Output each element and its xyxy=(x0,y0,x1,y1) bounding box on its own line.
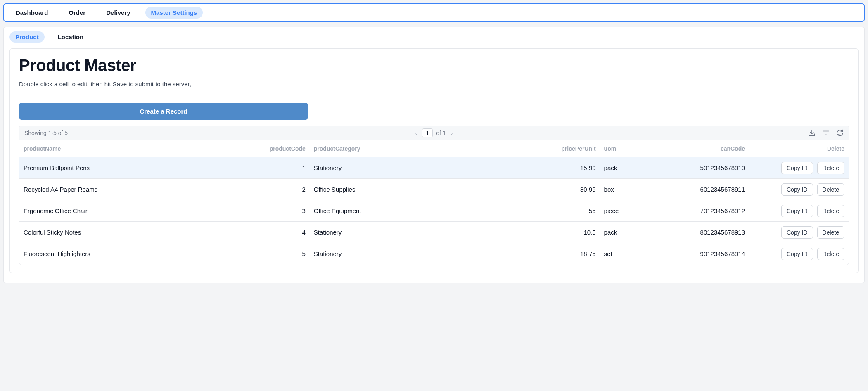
sub-tab-product[interactable]: Product xyxy=(9,31,45,43)
cell-actions: Copy IDDelete xyxy=(749,243,849,265)
cell-uom[interactable]: pack xyxy=(600,222,650,243)
cell-eancode[interactable]: 5012345678910 xyxy=(650,157,749,179)
top-tab-delivery[interactable]: Delivery xyxy=(100,7,136,19)
cell-productcode[interactable]: 1 xyxy=(168,157,309,179)
cell-productcategory[interactable]: Office Supplies xyxy=(310,179,467,200)
delete-button[interactable]: Delete xyxy=(817,205,844,217)
top-tab-order[interactable]: Order xyxy=(63,7,91,19)
download-icon[interactable] xyxy=(808,129,816,137)
pager: ‹ of 1 › xyxy=(414,128,454,137)
page-of-text: of 1 xyxy=(436,130,446,136)
cell-productcode[interactable]: 4 xyxy=(168,222,309,243)
col-header-productcode[interactable]: productCode xyxy=(168,140,309,157)
table-row: Premium Ballpoint Pens1Stationery15.99pa… xyxy=(19,157,849,179)
cell-productcode[interactable]: 5 xyxy=(168,243,309,265)
copy-id-button[interactable]: Copy ID xyxy=(781,162,813,174)
delete-button[interactable]: Delete xyxy=(817,226,844,239)
table-row: Fluorescent Highlighters5Stationery18.75… xyxy=(19,243,849,265)
cell-uom[interactable]: set xyxy=(600,243,650,265)
copy-id-button[interactable]: Copy ID xyxy=(781,248,813,260)
product-table: productName productCode productCategory … xyxy=(19,140,849,265)
top-nav: DashboardOrderDeliveryMaster Settings xyxy=(10,7,858,19)
delete-button[interactable]: Delete xyxy=(817,162,844,174)
card-header: Product Master Double click a cell to ed… xyxy=(10,49,858,95)
top-tab-master-settings[interactable]: Master Settings xyxy=(145,7,203,19)
filter-icon[interactable] xyxy=(822,129,830,137)
page-subtitle: Double click a cell to edit, then hit Sa… xyxy=(19,81,849,88)
cell-productcategory[interactable]: Office Equipment xyxy=(310,200,467,222)
cell-eancode[interactable]: 6012345678911 xyxy=(650,179,749,200)
table-row: Colorful Sticky Notes4Stationery10.5pack… xyxy=(19,222,849,243)
cell-eancode[interactable]: 8012345678913 xyxy=(650,222,749,243)
cell-priceperunit[interactable]: 15.99 xyxy=(467,157,600,179)
col-header-productcategory[interactable]: productCategory xyxy=(310,140,467,157)
table-toolbar: Showing 1-5 of 5 ‹ of 1 › xyxy=(19,126,849,140)
cell-priceperunit[interactable]: 10.5 xyxy=(467,222,600,243)
pager-prev-icon[interactable]: ‹ xyxy=(414,130,419,136)
top-nav-container: DashboardOrderDeliveryMaster Settings xyxy=(3,3,865,22)
product-master-card: Product Master Double click a cell to ed… xyxy=(9,48,859,273)
cell-priceperunit[interactable]: 18.75 xyxy=(467,243,600,265)
copy-id-button[interactable]: Copy ID xyxy=(781,226,813,239)
cell-actions: Copy IDDelete xyxy=(749,200,849,222)
cell-productname[interactable]: Colorful Sticky Notes xyxy=(19,222,168,243)
cell-uom[interactable]: pack xyxy=(600,157,650,179)
col-header-eancode[interactable]: eanCode xyxy=(650,140,749,157)
copy-id-button[interactable]: Copy ID xyxy=(781,205,813,217)
table-row: Ergonomic Office Chair3Office Equipment5… xyxy=(19,200,849,222)
showing-text: Showing 1-5 of 5 xyxy=(24,130,68,136)
col-header-priceperunit[interactable]: pricePerUnit xyxy=(467,140,600,157)
cell-productcode[interactable]: 2 xyxy=(168,179,309,200)
cell-productcategory[interactable]: Stationery xyxy=(310,222,467,243)
content-wrapper: ProductLocation Product Master Double cl… xyxy=(3,27,865,283)
cell-actions: Copy IDDelete xyxy=(749,222,849,243)
delete-button[interactable]: Delete xyxy=(817,183,844,196)
page-title: Product Master xyxy=(19,56,849,75)
cell-uom[interactable]: box xyxy=(600,179,650,200)
sub-tab-location[interactable]: Location xyxy=(52,31,90,43)
copy-id-button[interactable]: Copy ID xyxy=(781,183,813,196)
table-body: Premium Ballpoint Pens1Stationery15.99pa… xyxy=(19,157,849,265)
cell-actions: Copy IDDelete xyxy=(749,157,849,179)
cell-productcategory[interactable]: Stationery xyxy=(310,157,467,179)
cell-priceperunit[interactable]: 30.99 xyxy=(467,179,600,200)
col-header-productname[interactable]: productName xyxy=(19,140,168,157)
page-input[interactable] xyxy=(422,128,433,137)
toolbar-actions xyxy=(808,129,844,137)
table-header-row: productName productCode productCategory … xyxy=(19,140,849,157)
table-container: Showing 1-5 of 5 ‹ of 1 › xyxy=(19,126,849,265)
top-tab-dashboard[interactable]: Dashboard xyxy=(10,7,54,19)
cell-productcode[interactable]: 3 xyxy=(168,200,309,222)
sub-nav: ProductLocation xyxy=(9,31,859,43)
col-header-delete: Delete xyxy=(749,140,849,157)
refresh-icon[interactable] xyxy=(836,129,844,137)
pager-next-icon[interactable]: › xyxy=(449,130,454,136)
cell-eancode[interactable]: 9012345678914 xyxy=(650,243,749,265)
cell-productname[interactable]: Recycled A4 Paper Reams xyxy=(19,179,168,200)
card-body: Create a Record Showing 1-5 of 5 ‹ of 1 … xyxy=(10,95,858,273)
create-record-button[interactable]: Create a Record xyxy=(19,103,308,120)
cell-productcategory[interactable]: Stationery xyxy=(310,243,467,265)
col-header-uom[interactable]: uom xyxy=(600,140,650,157)
delete-button[interactable]: Delete xyxy=(817,248,844,260)
cell-uom[interactable]: piece xyxy=(600,200,650,222)
table-row: Recycled A4 Paper Reams2Office Supplies3… xyxy=(19,179,849,200)
cell-productname[interactable]: Premium Ballpoint Pens xyxy=(19,157,168,179)
cell-eancode[interactable]: 7012345678912 xyxy=(650,200,749,222)
cell-productname[interactable]: Fluorescent Highlighters xyxy=(19,243,168,265)
cell-actions: Copy IDDelete xyxy=(749,179,849,200)
cell-priceperunit[interactable]: 55 xyxy=(467,200,600,222)
cell-productname[interactable]: Ergonomic Office Chair xyxy=(19,200,168,222)
